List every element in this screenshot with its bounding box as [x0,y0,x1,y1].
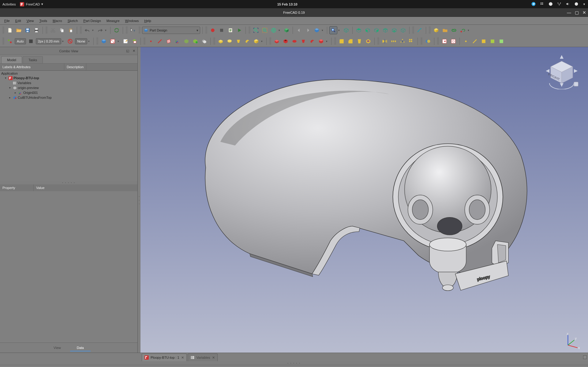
workbench-selector[interactable]: Part Design [142,27,200,34]
tab-tasks[interactable]: Tasks [23,56,43,63]
additive-pipe-icon[interactable] [243,37,251,45]
view-bottom-icon[interactable] [390,26,398,34]
tree-variables[interactable]: Variables [0,80,137,85]
view-left-icon[interactable] [399,26,407,34]
linear-pattern-icon[interactable] [390,37,398,45]
sketch-none-label[interactable]: None [75,38,87,44]
menu-file[interactable]: File [2,18,12,24]
power-icon[interactable] [574,2,579,7]
link-actions-icon[interactable] [459,26,467,34]
sketch-view-icon[interactable] [449,37,457,45]
boolean-icon[interactable] [424,37,432,45]
volume-icon[interactable] [566,2,570,7]
refresh-icon[interactable] [113,26,121,34]
sketch-new-icon[interactable] [109,37,117,45]
doc-tab-ploopy[interactable]: Ploopy-BTU-top : 1 ✕ [142,354,187,361]
subtractive-loft-icon[interactable] [299,37,307,45]
menu-help[interactable]: Help [142,18,154,24]
app-menu[interactable]: FreeCAD ▾ [20,2,43,6]
menu-edit[interactable]: Edit [13,18,24,24]
fit-all-icon[interactable] [252,26,260,34]
tree-cutbtuholes[interactable]: ▸ CutBTUHolesFromTop [0,95,137,100]
sg-ext-icon[interactable] [489,37,496,45]
link-nav-icon[interactable] [313,26,321,34]
menu-macro[interactable]: Macro [50,18,65,24]
nav-forward-icon[interactable] [304,26,312,34]
combo-splitter[interactable]: - - - - - [0,181,137,184]
cut-icon[interactable] [49,26,57,34]
model-tree[interactable]: Application ▾ Ploopy-BTU-top Variables ▾… [0,71,137,181]
file-open-icon[interactable] [15,26,23,34]
macro-list-icon[interactable] [227,26,234,34]
thickness-icon[interactable] [364,37,372,45]
network-icon[interactable] [557,2,561,7]
macro-play-icon[interactable] [235,26,243,34]
tree-origin001[interactable]: ▸ Origin001 [0,90,137,95]
3d-viewport[interactable]: ploopy FRONT [140,47,588,353]
file-save-icon[interactable] [24,26,32,34]
copy-icon[interactable] [58,26,66,34]
datum-point-icon[interactable] [147,37,155,45]
draft-icon[interactable] [355,37,363,45]
view-rear-icon[interactable] [381,26,389,34]
revolution-icon[interactable] [226,37,234,45]
window-maximize[interactable]: ▢ [575,10,579,15]
view-front2-icon[interactable] [364,26,372,34]
draw-style-icon[interactable] [270,26,278,34]
bounding-box-icon[interactable] [283,26,290,34]
datum-plane-icon[interactable] [165,37,173,45]
view-isometric-icon[interactable] [329,26,337,34]
body-create-icon[interactable] [100,37,108,45]
additive-loft-icon[interactable] [234,37,242,45]
sketch-disallow-icon[interactable] [66,37,74,45]
sg-edge-icon[interactable] [471,37,479,45]
shapebinder-icon[interactable] [182,37,190,45]
fillet-icon[interactable] [338,37,346,45]
groove-icon[interactable] [290,37,298,45]
tab-model[interactable]: Model [1,56,22,63]
measure-linear-icon[interactable] [416,26,424,34]
redo-icon[interactable] [96,26,104,34]
paste-icon[interactable] [67,26,75,34]
menu-windows[interactable]: Windows [123,18,141,24]
sketch-render-icon[interactable] [27,37,35,45]
tree-header-labels[interactable]: Labels & Attributes [0,64,64,70]
dropbox-tray-icon[interactable] [540,2,544,7]
view-right-icon[interactable] [373,26,380,34]
tree-document[interactable]: ▾ Ploopy-BTU-top [0,76,137,80]
whatsthis-icon[interactable]: ? [129,26,137,34]
check-tray-icon[interactable] [549,2,553,7]
view-top-icon[interactable] [355,26,363,34]
sketch-map-icon[interactable] [130,37,138,45]
navigation-cube[interactable]: FRONT [543,53,580,89]
subshapebinder-icon[interactable] [191,37,199,45]
hole-icon[interactable] [282,37,290,45]
prop-tab-view[interactable]: View [47,345,68,351]
tree-application[interactable]: Application [0,71,137,76]
sg-carbon-icon[interactable] [497,37,505,45]
sketch-px-label[interactable]: 2px | 0.20 mm [36,38,62,44]
panel-close-icon[interactable]: ✕ [131,49,136,54]
activities-button[interactable]: Activities [2,2,16,6]
sg-face-icon[interactable] [480,37,488,45]
props-header-property[interactable]: Property [0,184,34,191]
pad-icon[interactable] [217,37,225,45]
multi-transform-icon[interactable] [407,37,415,45]
macro-record-icon[interactable] [209,26,217,34]
window-close[interactable]: ✕ [582,10,586,15]
mirror-icon[interactable] [381,37,389,45]
window-minimize[interactable]: — [567,10,571,15]
menu-tools[interactable]: Tools [37,18,50,24]
pocket-icon[interactable] [273,37,281,45]
menu-measure[interactable]: Measure [104,18,122,24]
menu-sketch[interactable]: Sketch [65,18,81,24]
system-menu-arrow[interactable]: ▼ [583,3,586,6]
menu-view[interactable]: View [24,18,36,24]
sg-vertex-icon[interactable] [462,37,470,45]
datum-cs-icon[interactable] [174,37,182,45]
sidebar-resizer[interactable]: ··· [138,47,140,353]
panel-float-icon[interactable]: ◱ [125,49,130,54]
print-icon[interactable] [32,26,40,34]
view-front-icon[interactable] [342,26,350,34]
close-tab-icon[interactable]: ✕ [212,356,215,360]
